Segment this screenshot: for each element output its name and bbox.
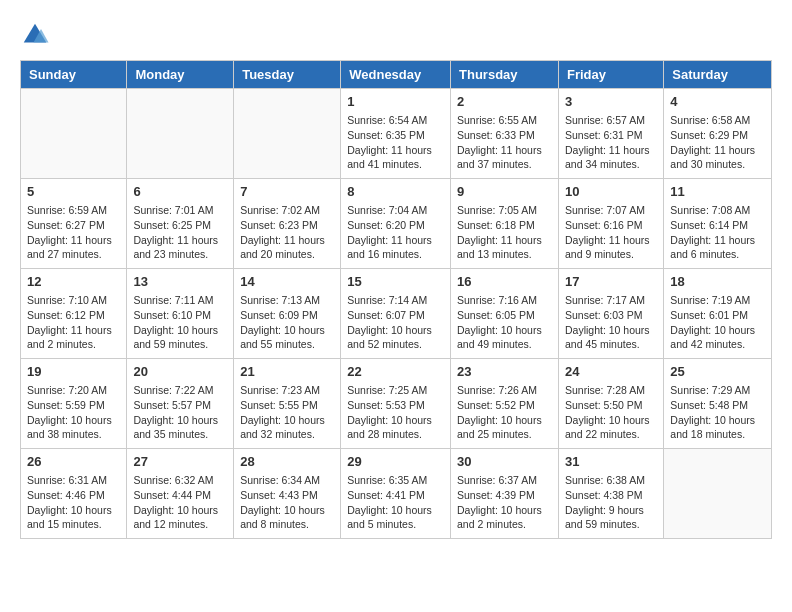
day-number: 25 [670,363,765,381]
calendar-cell: 29Sunrise: 6:35 AMSunset: 4:41 PMDayligh… [341,449,451,539]
day-info: Sunrise: 7:10 AMSunset: 6:12 PMDaylight:… [27,293,120,352]
day-info: Sunrise: 7:19 AMSunset: 6:01 PMDaylight:… [670,293,765,352]
day-number: 13 [133,273,227,291]
day-of-week-thursday: Thursday [451,61,559,89]
calendar-cell: 30Sunrise: 6:37 AMSunset: 4:39 PMDayligh… [451,449,559,539]
day-number: 3 [565,93,657,111]
day-info: Sunrise: 6:57 AMSunset: 6:31 PMDaylight:… [565,113,657,172]
day-number: 28 [240,453,334,471]
calendar-cell [664,449,772,539]
day-number: 15 [347,273,444,291]
day-number: 30 [457,453,552,471]
day-of-week-tuesday: Tuesday [234,61,341,89]
calendar-cell: 13Sunrise: 7:11 AMSunset: 6:10 PMDayligh… [127,269,234,359]
day-info: Sunrise: 7:08 AMSunset: 6:14 PMDaylight:… [670,203,765,262]
day-info: Sunrise: 7:17 AMSunset: 6:03 PMDaylight:… [565,293,657,352]
day-number: 5 [27,183,120,201]
day-info: Sunrise: 6:35 AMSunset: 4:41 PMDaylight:… [347,473,444,532]
day-of-week-wednesday: Wednesday [341,61,451,89]
day-number: 1 [347,93,444,111]
calendar-cell: 15Sunrise: 7:14 AMSunset: 6:07 PMDayligh… [341,269,451,359]
day-number: 16 [457,273,552,291]
day-info: Sunrise: 7:22 AMSunset: 5:57 PMDaylight:… [133,383,227,442]
day-number: 18 [670,273,765,291]
day-info: Sunrise: 7:07 AMSunset: 6:16 PMDaylight:… [565,203,657,262]
calendar-cell: 1Sunrise: 6:54 AMSunset: 6:35 PMDaylight… [341,89,451,179]
day-info: Sunrise: 6:59 AMSunset: 6:27 PMDaylight:… [27,203,120,262]
day-info: Sunrise: 6:37 AMSunset: 4:39 PMDaylight:… [457,473,552,532]
day-info: Sunrise: 6:34 AMSunset: 4:43 PMDaylight:… [240,473,334,532]
day-info: Sunrise: 6:58 AMSunset: 6:29 PMDaylight:… [670,113,765,172]
calendar-cell: 6Sunrise: 7:01 AMSunset: 6:25 PMDaylight… [127,179,234,269]
calendar-cell: 31Sunrise: 6:38 AMSunset: 4:38 PMDayligh… [558,449,663,539]
day-number: 26 [27,453,120,471]
day-number: 23 [457,363,552,381]
calendar-week-1: 1Sunrise: 6:54 AMSunset: 6:35 PMDaylight… [21,89,772,179]
day-number: 14 [240,273,334,291]
day-number: 12 [27,273,120,291]
calendar-cell: 28Sunrise: 6:34 AMSunset: 4:43 PMDayligh… [234,449,341,539]
day-info: Sunrise: 7:20 AMSunset: 5:59 PMDaylight:… [27,383,120,442]
day-number: 2 [457,93,552,111]
day-number: 10 [565,183,657,201]
day-number: 21 [240,363,334,381]
day-of-week-friday: Friday [558,61,663,89]
day-info: Sunrise: 7:26 AMSunset: 5:52 PMDaylight:… [457,383,552,442]
calendar-cell: 16Sunrise: 7:16 AMSunset: 6:05 PMDayligh… [451,269,559,359]
day-info: Sunrise: 6:31 AMSunset: 4:46 PMDaylight:… [27,473,120,532]
calendar-cell: 2Sunrise: 6:55 AMSunset: 6:33 PMDaylight… [451,89,559,179]
day-info: Sunrise: 7:05 AMSunset: 6:18 PMDaylight:… [457,203,552,262]
day-of-week-saturday: Saturday [664,61,772,89]
day-info: Sunrise: 7:23 AMSunset: 5:55 PMDaylight:… [240,383,334,442]
calendar-cell: 19Sunrise: 7:20 AMSunset: 5:59 PMDayligh… [21,359,127,449]
calendar-cell [127,89,234,179]
day-number: 9 [457,183,552,201]
calendar-cell: 18Sunrise: 7:19 AMSunset: 6:01 PMDayligh… [664,269,772,359]
calendar-table: SundayMondayTuesdayWednesdayThursdayFrid… [20,60,772,539]
calendar-cell: 10Sunrise: 7:07 AMSunset: 6:16 PMDayligh… [558,179,663,269]
day-info: Sunrise: 7:29 AMSunset: 5:48 PMDaylight:… [670,383,765,442]
calendar-cell: 11Sunrise: 7:08 AMSunset: 6:14 PMDayligh… [664,179,772,269]
day-number: 27 [133,453,227,471]
page-header [20,20,772,50]
day-info: Sunrise: 6:55 AMSunset: 6:33 PMDaylight:… [457,113,552,172]
calendar-cell: 24Sunrise: 7:28 AMSunset: 5:50 PMDayligh… [558,359,663,449]
calendar-cell: 12Sunrise: 7:10 AMSunset: 6:12 PMDayligh… [21,269,127,359]
day-number: 7 [240,183,334,201]
logo [20,20,54,50]
day-number: 6 [133,183,227,201]
calendar-cell: 26Sunrise: 6:31 AMSunset: 4:46 PMDayligh… [21,449,127,539]
calendar-cell: 20Sunrise: 7:22 AMSunset: 5:57 PMDayligh… [127,359,234,449]
day-number: 24 [565,363,657,381]
day-number: 17 [565,273,657,291]
calendar-cell [234,89,341,179]
day-of-week-monday: Monday [127,61,234,89]
day-info: Sunrise: 7:04 AMSunset: 6:20 PMDaylight:… [347,203,444,262]
calendar-cell: 25Sunrise: 7:29 AMSunset: 5:48 PMDayligh… [664,359,772,449]
day-info: Sunrise: 6:54 AMSunset: 6:35 PMDaylight:… [347,113,444,172]
day-number: 11 [670,183,765,201]
day-info: Sunrise: 7:02 AMSunset: 6:23 PMDaylight:… [240,203,334,262]
calendar-cell: 21Sunrise: 7:23 AMSunset: 5:55 PMDayligh… [234,359,341,449]
day-number: 22 [347,363,444,381]
day-number: 4 [670,93,765,111]
calendar-cell: 27Sunrise: 6:32 AMSunset: 4:44 PMDayligh… [127,449,234,539]
day-number: 31 [565,453,657,471]
day-info: Sunrise: 7:16 AMSunset: 6:05 PMDaylight:… [457,293,552,352]
calendar-cell: 4Sunrise: 6:58 AMSunset: 6:29 PMDaylight… [664,89,772,179]
day-info: Sunrise: 6:38 AMSunset: 4:38 PMDaylight:… [565,473,657,532]
calendar-cell: 7Sunrise: 7:02 AMSunset: 6:23 PMDaylight… [234,179,341,269]
calendar-cell: 8Sunrise: 7:04 AMSunset: 6:20 PMDaylight… [341,179,451,269]
day-number: 20 [133,363,227,381]
calendar-cell: 5Sunrise: 6:59 AMSunset: 6:27 PMDaylight… [21,179,127,269]
calendar-cell: 9Sunrise: 7:05 AMSunset: 6:18 PMDaylight… [451,179,559,269]
day-of-week-sunday: Sunday [21,61,127,89]
day-number: 29 [347,453,444,471]
calendar-cell [21,89,127,179]
day-info: Sunrise: 7:28 AMSunset: 5:50 PMDaylight:… [565,383,657,442]
day-info: Sunrise: 7:25 AMSunset: 5:53 PMDaylight:… [347,383,444,442]
day-number: 8 [347,183,444,201]
day-info: Sunrise: 7:01 AMSunset: 6:25 PMDaylight:… [133,203,227,262]
logo-icon [20,20,50,50]
day-info: Sunrise: 7:14 AMSunset: 6:07 PMDaylight:… [347,293,444,352]
